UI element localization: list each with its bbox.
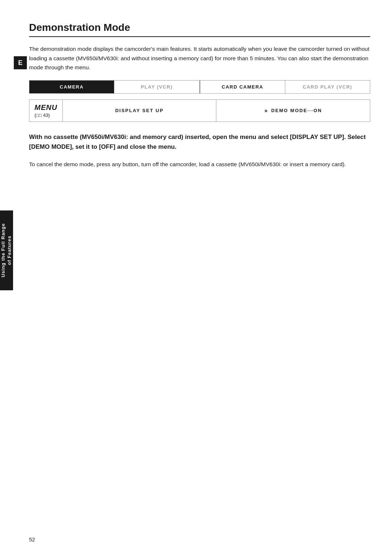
tab-card-play-vcr[interactable]: CARD PLAY (VCR)	[285, 81, 370, 93]
side-tab-text: Using the Full Rangeof Features	[0, 223, 13, 277]
menu-label-box: MENU (□□ 43)	[29, 100, 63, 122]
menu-row: MENU (□□ 43) DISPLAY SET UP » DEMO MODE·…	[29, 99, 370, 122]
page-title: Demonstration Mode	[29, 22, 370, 37]
menu-item-demo-mode[interactable]: » DEMO MODE···ON	[216, 100, 370, 122]
intro-paragraph: The demonstration mode displays the camc…	[29, 44, 370, 72]
menu-page-ref: (□□ 43)	[34, 112, 50, 118]
e-label: E	[14, 56, 27, 69]
bold-instruction: With no cassette (MV650i/MV630i: and mem…	[29, 132, 370, 152]
arrow-icon: »	[264, 107, 268, 114]
menu-item-display-set-up[interactable]: DISPLAY SET UP	[63, 100, 217, 122]
main-content: Demonstration Mode The demonstration mod…	[29, 22, 370, 557]
menu-label: MENU	[34, 103, 57, 112]
tab-card-camera[interactable]: CARD CAMERA	[200, 81, 285, 93]
tab-camera[interactable]: CAMERA	[29, 81, 114, 93]
page-container: E Using the Full Rangeof Features Demons…	[0, 0, 392, 557]
menu-items: DISPLAY SET UP » DEMO MODE···ON	[63, 100, 370, 122]
mode-selector: CAMERA PLAY (VCR) CARD CAMERA CARD PLAY …	[29, 80, 370, 94]
cancel-text: To cancel the demo mode, press any butto…	[29, 160, 370, 169]
page-number: 52	[29, 536, 35, 542]
side-tab: Using the Full Rangeof Features	[0, 210, 13, 290]
tab-play-vcr[interactable]: PLAY (VCR)	[114, 81, 199, 93]
